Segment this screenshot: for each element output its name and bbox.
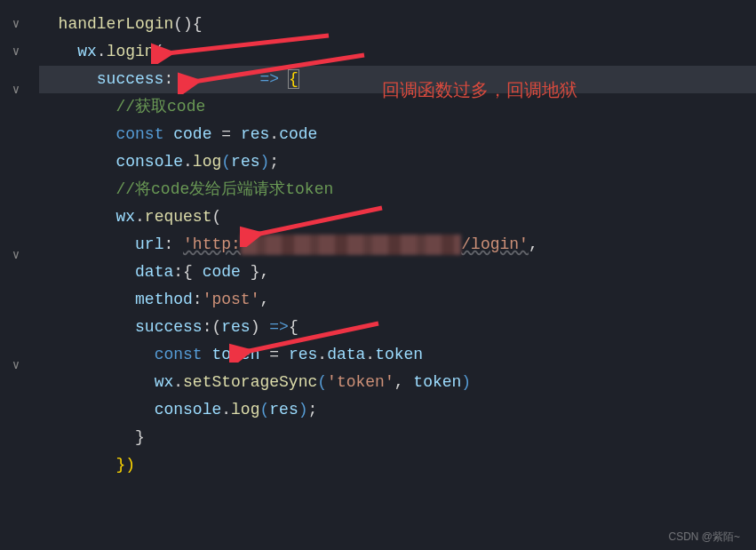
code-line: }) (39, 451, 756, 479)
function-name: handlerLogin (59, 15, 174, 33)
code-content[interactable]: handlerLogin(){ wx.login( success: => { … (32, 0, 756, 479)
code-line: const token = res.data.token (39, 341, 756, 369)
code-line: handlerLogin(){ (39, 11, 756, 38)
gutter: ∨ ∨ ∨ ∨ ∨ (0, 0, 32, 479)
comment: //将code发给后端请求token (115, 180, 333, 198)
code-line: url: 'http: /login', (39, 231, 756, 259)
code-line: wx.login( (39, 38, 756, 66)
fold-icon[interactable]: ∨ (0, 76, 32, 104)
code-line: console.log(res); (39, 396, 756, 424)
fold-icon[interactable]: ∨ (0, 352, 32, 379)
code-line: success:(res) =>{ (39, 314, 756, 341)
censored-url (241, 231, 461, 259)
code-line: wx.setStorageSync('token', token) (39, 369, 756, 396)
code-line: //将code发给后端请求token (39, 176, 756, 203)
code-editor: ∨ ∨ ∨ ∨ ∨ handlerLogin(){ wx.login( succ… (0, 0, 756, 479)
fold-icon[interactable]: ∨ (0, 11, 32, 38)
code-line: method:'post', (39, 286, 756, 314)
code-line: const code = res.code (39, 121, 756, 148)
fold-icon[interactable]: ∨ (0, 242, 32, 269)
code-line: console.log(res); (39, 148, 756, 176)
code-line: data:{ code }, (39, 259, 756, 286)
code-line-highlighted: success: => { (39, 66, 756, 93)
fold-icon[interactable]: ∨ (0, 38, 32, 66)
watermark: CSDN @紫陌~ (668, 530, 740, 545)
comment: //获取code (115, 98, 205, 116)
code-line: wx.request( (39, 203, 756, 231)
code-line: //获取code (39, 93, 756, 121)
code-line: } (39, 424, 756, 451)
